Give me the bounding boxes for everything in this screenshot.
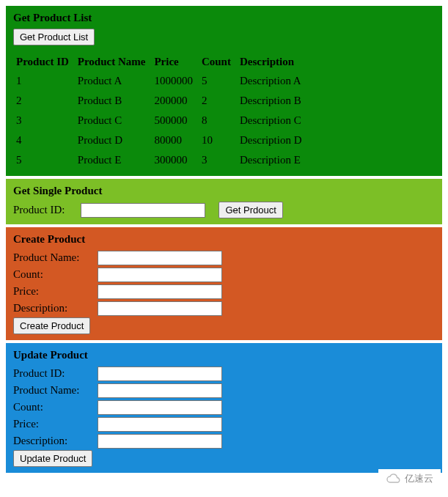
cell-id: 5 <box>13 150 75 170</box>
cell-price: 500000 <box>151 111 199 130</box>
update-id-label: Product ID: <box>13 366 98 381</box>
table-row: 4 Product D 80000 10 Description D <box>13 130 308 150</box>
create-name-input[interactable] <box>98 251 222 265</box>
update-product-panel: Update Product Product ID: Product Name:… <box>6 343 442 473</box>
cell-price: 300000 <box>151 150 199 170</box>
cell-name: Product E <box>75 150 152 170</box>
single-id-input[interactable] <box>81 203 205 218</box>
cell-desc: Description D <box>237 130 308 150</box>
header-price: Price <box>151 53 199 71</box>
update-id-input[interactable] <box>98 367 222 381</box>
cell-desc: Description E <box>237 150 308 170</box>
update-desc-input[interactable] <box>98 434 222 449</box>
header-name: Product Name <box>75 53 152 71</box>
watermark-text: 亿速云 <box>405 472 433 482</box>
create-product-title: Create Product <box>13 233 435 246</box>
update-count-input[interactable] <box>98 400 222 415</box>
table-row: 5 Product E 300000 3 Description E <box>13 150 308 170</box>
product-table: Product ID Product Name Price Count Desc… <box>13 53 308 170</box>
table-header-row: Product ID Product Name Price Count Desc… <box>13 53 308 71</box>
product-list-title: Get Product List <box>13 12 435 24</box>
cell-count: 8 <box>199 111 237 130</box>
cloud-icon <box>386 474 402 482</box>
update-name-label: Product Name: <box>13 383 98 398</box>
create-desc-label: Description: <box>13 301 98 316</box>
table-row: 3 Product C 500000 8 Description C <box>13 111 308 130</box>
cell-name: Product B <box>75 91 152 111</box>
update-name-input[interactable] <box>98 383 222 398</box>
cell-price: 1000000 <box>151 71 199 91</box>
cell-desc: Description A <box>237 71 308 91</box>
table-row: 2 Product B 200000 2 Description B <box>13 91 308 111</box>
create-price-input[interactable] <box>98 284 222 299</box>
cell-name: Product C <box>75 111 152 130</box>
cell-count: 2 <box>199 91 237 111</box>
create-desc-input[interactable] <box>98 301 222 316</box>
cell-desc: Description C <box>237 111 308 130</box>
single-product-panel: Get Single Product Product ID: Get Prdou… <box>6 179 442 224</box>
update-desc-label: Description: <box>13 433 98 449</box>
cell-id: 1 <box>13 71 75 91</box>
create-count-label: Count: <box>13 267 98 282</box>
create-count-input[interactable] <box>98 268 222 282</box>
update-product-button[interactable]: Update Product <box>13 450 92 467</box>
cell-id: 2 <box>13 91 75 111</box>
header-id: Product ID <box>13 53 75 71</box>
update-price-input[interactable] <box>98 417 222 432</box>
create-product-button[interactable]: Create Product <box>13 317 90 334</box>
cell-count: 5 <box>199 71 237 91</box>
update-product-title: Update Product <box>13 349 435 361</box>
create-product-panel: Create Product Product Name: Count: Pric… <box>6 227 442 340</box>
cell-name: Product A <box>75 71 152 91</box>
cell-price: 80000 <box>151 130 199 150</box>
header-count: Count <box>199 53 237 71</box>
get-product-button[interactable]: Get Prdouct <box>219 202 282 218</box>
cell-price: 200000 <box>151 91 199 111</box>
cell-id: 4 <box>13 130 75 150</box>
create-name-label: Product Name: <box>13 250 98 265</box>
cell-desc: Description B <box>237 91 308 111</box>
single-product-title: Get Single Product <box>13 185 435 197</box>
watermark: 亿速云 <box>378 469 441 482</box>
product-list-panel: Get Product List Get Product List Produc… <box>6 6 442 176</box>
single-id-label: Product ID: <box>13 204 65 216</box>
update-count-label: Count: <box>13 400 98 415</box>
update-price-label: Price: <box>13 416 98 432</box>
cell-count: 10 <box>199 130 237 150</box>
header-desc: Description <box>237 53 308 71</box>
cell-name: Product D <box>75 130 152 150</box>
create-price-label: Price: <box>13 284 98 299</box>
cell-count: 3 <box>199 150 237 170</box>
cell-id: 3 <box>13 111 75 130</box>
table-row: 1 Product A 1000000 5 Description A <box>13 71 308 91</box>
get-product-list-button[interactable]: Get Product List <box>13 29 95 45</box>
